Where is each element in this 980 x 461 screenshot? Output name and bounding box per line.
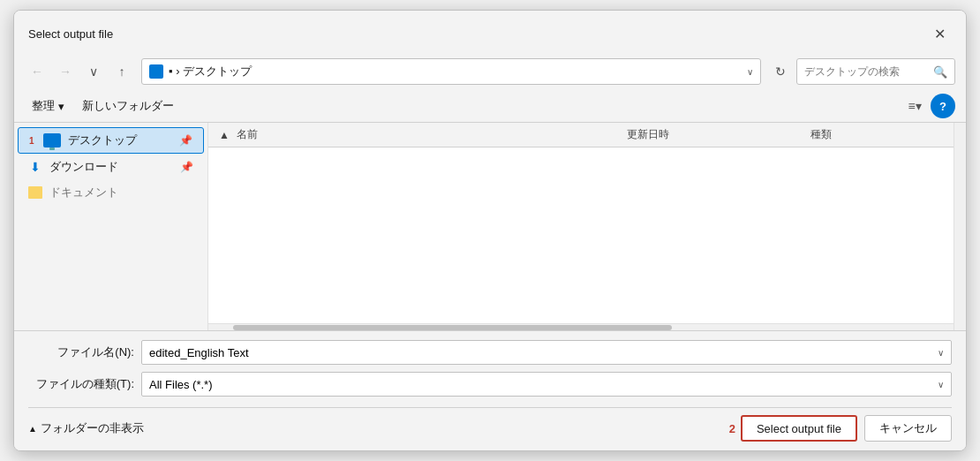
- search-input[interactable]: [804, 65, 930, 78]
- scrollbar-thumb: [233, 325, 672, 330]
- dropdown-button[interactable]: ∨: [81, 59, 106, 84]
- annotation-2: 2: [729, 422, 735, 435]
- action-row: ▲ フォルダーの非表示 2 Select output file キャンセル: [28, 407, 952, 442]
- sidebar-item-folder[interactable]: ドキュメント: [18, 180, 204, 205]
- filetype-label: ファイルの種類(T):: [28, 376, 134, 392]
- refresh-button[interactable]: ↻: [768, 59, 793, 84]
- filetype-dropdown-arrow[interactable]: ∨: [938, 380, 944, 389]
- filename-label: ファイル名(N):: [28, 344, 134, 360]
- sidebar-label-download: ダウンロード: [49, 159, 118, 175]
- bottom-section: ファイル名(N): edited_English Text ∨ ファイルの種類(…: [14, 330, 966, 450]
- sidebar-item-download[interactable]: ⬇ ダウンロード 📌: [18, 155, 204, 179]
- sidebar-item-desktop[interactable]: 1 デスクトップ 📌: [18, 127, 204, 154]
- desktop-icon: [43, 133, 61, 147]
- col-date-header: 更新日時: [627, 127, 803, 142]
- filename-input[interactable]: edited_English Text ∨: [141, 340, 952, 365]
- pin-icon-desktop: 📌: [179, 134, 192, 147]
- help-button[interactable]: ?: [931, 94, 955, 118]
- pin-icon-download: 📌: [180, 161, 193, 173]
- close-button[interactable]: ✕: [927, 21, 952, 46]
- toggle-icon: ▲: [28, 424, 37, 434]
- content-area: 1 デスクトップ 📌 ⬇ ダウンロード 📌 ドキュメント ▲ 名前: [14, 123, 966, 330]
- view-button[interactable]: ≡ ▾: [902, 94, 927, 118]
- cancel-button[interactable]: キャンセル: [864, 415, 952, 442]
- col-type-header: 種類: [810, 127, 943, 142]
- organize-arrow: ▾: [58, 100, 64, 113]
- toolbar: 整理 ▾ 新しいフォルダー ≡ ▾ ?: [14, 90, 966, 123]
- file-pane: ▲ 名前 更新日時 種類: [208, 123, 954, 330]
- nav-bar: ← → ∨ ↑ ▪ › デスクトップ ∨ ↻ 🔍: [14, 53, 966, 90]
- folder-toggle-label: フォルダーの非表示: [41, 420, 144, 436]
- folder-toggle[interactable]: ▲ フォルダーの非表示: [28, 420, 144, 436]
- search-bar[interactable]: 🔍: [796, 58, 955, 85]
- filename-row: ファイル名(N): edited_English Text ∨: [28, 340, 952, 365]
- address-dropdown-arrow[interactable]: ∨: [747, 67, 753, 77]
- forward-button[interactable]: →: [53, 59, 78, 84]
- select-output-button[interactable]: Select output file: [741, 415, 857, 442]
- new-folder-button[interactable]: 新しいフォルダー: [75, 94, 181, 118]
- filetype-value: All Files (*.*): [149, 378, 213, 391]
- view-dropdown-arrow: ▾: [916, 99, 922, 113]
- download-icon: ⬇: [28, 160, 42, 174]
- annotation-1: 1: [29, 136, 34, 146]
- filename-dropdown-arrow[interactable]: ∨: [938, 348, 944, 358]
- address-bar[interactable]: ▪ › デスクトップ ∨: [141, 58, 761, 85]
- search-icon: 🔍: [933, 65, 947, 79]
- file-header: ▲ 名前 更新日時 種類: [208, 123, 954, 147]
- file-list: [208, 147, 954, 323]
- address-icon: [149, 64, 163, 79]
- title-bar: Select output file ✕: [14, 11, 966, 53]
- filetype-row: ファイルの種類(T): All Files (*.*) ∨: [28, 372, 952, 397]
- vertical-scrollbar[interactable]: [954, 123, 966, 330]
- file-dialog: Select output file ✕ ← → ∨ ↑ ▪ › デスクトップ …: [13, 10, 967, 451]
- filename-value: edited_English Text: [149, 346, 249, 359]
- filetype-select[interactable]: All Files (*.*) ∨: [141, 372, 952, 397]
- organize-label: 整理: [32, 98, 55, 114]
- sidebar-label-desktop: デスクトップ: [68, 132, 137, 148]
- horizontal-scrollbar[interactable]: [208, 323, 954, 330]
- up-button[interactable]: ↑: [109, 59, 134, 84]
- sort-up-icon: ▲: [219, 129, 230, 141]
- view-icon: ≡: [908, 99, 915, 113]
- sidebar-label-folder: ドキュメント: [49, 185, 118, 200]
- folder-icon: [28, 186, 42, 199]
- address-text: ▪ › デスクトップ: [169, 64, 742, 79]
- scrollbar-track: [215, 325, 946, 330]
- col-name-header: 名前: [237, 127, 620, 142]
- back-button[interactable]: ←: [25, 59, 49, 84]
- organize-button[interactable]: 整理 ▾: [25, 94, 72, 118]
- sidebar: 1 デスクトップ 📌 ⬇ ダウンロード 📌 ドキュメント: [14, 123, 208, 330]
- dialog-title: Select output file: [28, 27, 113, 41]
- new-folder-label: 新しいフォルダー: [82, 98, 174, 114]
